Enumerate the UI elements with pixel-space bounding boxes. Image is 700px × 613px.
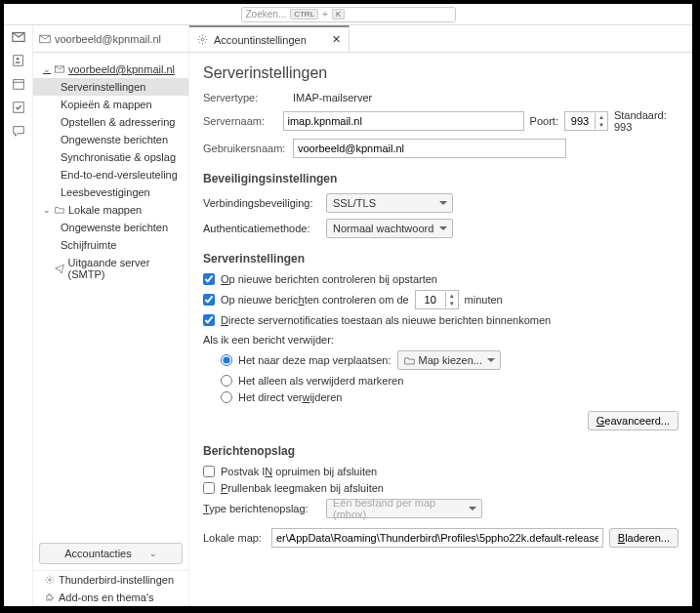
heading-security: Beveiligingsinstellingen — [203, 172, 679, 185]
connection-security-select[interactable]: SSL/TLS — [326, 193, 453, 213]
svg-point-9 — [201, 38, 204, 41]
port-stepper[interactable]: ▲▼ — [564, 111, 608, 131]
close-icon[interactable]: ✕ — [332, 33, 341, 46]
label-default-port: Standaard: 993 — [614, 109, 679, 133]
step-up-icon[interactable]: ▲ — [446, 292, 458, 300]
chevron-down-icon: ⌄ — [43, 205, 51, 215]
check-notifications[interactable] — [203, 314, 215, 326]
tree-disk[interactable]: Schijfruimte — [33, 236, 188, 254]
tree-local-folders[interactable]: ⌄ Lokale mappen — [33, 201, 188, 219]
localdir-input[interactable] — [271, 528, 603, 548]
kbd-hint: K — [332, 9, 345, 20]
label-connection-security: Verbindingsbeveiliging: — [203, 197, 320, 209]
gear-icon — [45, 575, 55, 585]
value-servertype: IMAP-mailserver — [293, 92, 372, 103]
label-check-interval-pre: Op nieuwe berichten controleren om de — [221, 294, 409, 306]
browse-button[interactable]: Bladeren... — [609, 528, 679, 548]
tree-sync[interactable]: Synchronisatie & opslag — [33, 148, 188, 166]
radio-move[interactable] — [221, 354, 232, 366]
label-username: Gebruikersnaam: — [203, 143, 287, 154]
username-input[interactable] — [293, 139, 566, 158]
step-down-icon[interactable]: ▼ — [596, 121, 607, 129]
account-tab[interactable]: voorbeeld@kpnmail.nl — [33, 25, 188, 53]
tree-compose[interactable]: Opstellen & adressering — [33, 113, 188, 131]
label-localdir: Lokale map: — [203, 532, 266, 544]
tree-smtp[interactable]: Uitgaande server (SMTP) — [33, 254, 188, 283]
port-input[interactable] — [565, 112, 595, 130]
page-title: Serverinstellingen — [203, 64, 679, 82]
step-down-icon[interactable]: ▼ — [446, 300, 458, 307]
servername-input[interactable] — [283, 111, 524, 131]
tree-junk[interactable]: Ongewenste berichten — [33, 131, 188, 148]
puzzle-icon — [45, 593, 55, 602]
mail-icon[interactable] — [12, 30, 25, 44]
addons-link[interactable]: Add-ons en thema's — [33, 589, 188, 606]
folder-icon — [404, 355, 415, 366]
folder-icon — [55, 205, 64, 215]
label-delete-header: Als ik een bericht verwijder: — [203, 334, 679, 346]
activity-bar — [4, 25, 33, 606]
chevron-down-icon: ⌄ — [43, 64, 51, 74]
radio-delete[interactable] — [221, 391, 232, 403]
label-check-interval-post: minuten — [465, 294, 503, 306]
label-auth-method: Authenticatiemethode: — [203, 223, 320, 234]
label-radio-mark: Het alleen als verwijderd markeren — [238, 375, 403, 387]
label-check-notifications: Directe servernotificaties toestaan als … — [221, 314, 551, 326]
heading-server: Serverinstellingen — [203, 252, 679, 266]
auth-method-select[interactable]: Normaal wachtwoord — [326, 219, 453, 238]
check-startup[interactable] — [203, 273, 215, 285]
addressbook-icon[interactable] — [12, 54, 25, 67]
interval-input[interactable] — [416, 291, 445, 308]
radio-mark[interactable] — [221, 375, 232, 387]
svg-rect-1 — [13, 56, 22, 66]
kbd-hint: CTRL — [290, 9, 318, 20]
tree-local-junk[interactable]: Ongewenste berichten — [33, 219, 188, 236]
svg-point-2 — [16, 58, 19, 61]
svg-rect-3 — [13, 80, 23, 90]
tree-receipts[interactable]: Leesbevestigingen — [33, 184, 188, 201]
step-up-icon[interactable]: ▲ — [596, 113, 607, 121]
tasks-icon[interactable] — [12, 101, 25, 114]
tab-bar: Accountinstellingen ✕ — [189, 25, 692, 53]
label-servertype: Servertype: — [203, 92, 287, 103]
chevron-down-icon: ⌄ — [149, 549, 157, 558]
label-check-empty-trash: Prullenbak leegmaken bij afsluiten — [221, 482, 384, 494]
chat-icon[interactable] — [12, 124, 25, 138]
label-check-startup: OOp nieuwe berichten controleren bij ops… — [221, 273, 437, 285]
tree-account[interactable]: ⌄ voorbeeld@kpnmail.nl — [33, 61, 188, 78]
label-port: Poort: — [530, 115, 558, 127]
calendar-icon[interactable] — [12, 77, 25, 91]
top-toolbar: Zoeken... CTRL + K — [4, 4, 692, 25]
label-radio-delete: Het direct verwijderen — [238, 391, 342, 403]
check-interval[interactable] — [203, 294, 215, 306]
label-radio-move: Het naar deze map verplaatsen: — [238, 354, 391, 366]
storetype-select: Eén bestand per map (mbox) — [326, 499, 482, 518]
advanced-button[interactable]: Geavanceerd... — [588, 411, 679, 430]
settings-tree: ⌄ voorbeeld@kpnmail.nl Serverinstellinge… — [33, 53, 188, 537]
check-empty-trash[interactable] — [203, 482, 215, 494]
account-actions-button[interactable]: Accountacties ⌄ — [39, 543, 183, 564]
gear-icon — [197, 34, 208, 45]
tab-account-settings[interactable]: Accountinstellingen ✕ — [189, 25, 350, 52]
folder-select[interactable]: Map kiezen... — [397, 350, 501, 370]
tree-e2e[interactable]: End-to-end-versleuteling — [33, 166, 188, 184]
tree-copies[interactable]: Kopieën & mappen — [33, 96, 188, 113]
send-icon — [55, 264, 64, 273]
mail-icon — [55, 64, 64, 74]
check-cleanup[interactable] — [203, 466, 215, 477]
label-servername: Servernaam: — [203, 115, 277, 127]
global-search[interactable]: Zoeken... CTRL + K — [241, 7, 456, 22]
thunderbird-settings-link[interactable]: Thunderbird-instellingen — [33, 571, 188, 589]
svg-point-8 — [49, 579, 52, 582]
label-storetype: Type berichtenopslag: — [203, 503, 320, 514]
heading-storage: Berichtenopslag — [203, 444, 679, 458]
interval-stepper[interactable]: ▲▼ — [415, 290, 459, 309]
label-check-cleanup: Postvak IN opruimen bij afsluiten — [221, 466, 377, 477]
tree-server-settings[interactable]: Serverinstellingen — [33, 78, 188, 96]
mail-icon — [39, 33, 51, 45]
settings-content: Serverinstellingen Servertype: IMAP-mail… — [189, 53, 692, 606]
